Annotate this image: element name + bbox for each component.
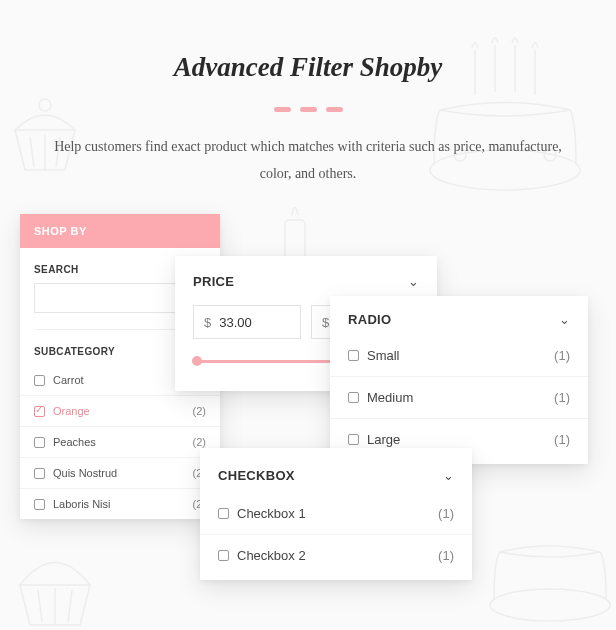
subcategory-item[interactable]: Laboris Nisi (2) xyxy=(20,489,220,519)
svg-line-8 xyxy=(30,137,34,167)
slider-thumb-left[interactable] xyxy=(192,356,202,366)
page-subtitle: Help customers find exact product which … xyxy=(38,134,578,187)
subcategory-name: Orange xyxy=(53,405,90,417)
subcategory-item[interactable]: Peaches (2) xyxy=(20,427,220,458)
subcategory-item[interactable]: Quis Nostrud (2) xyxy=(20,458,220,489)
price-from-input[interactable]: $ 33.00 xyxy=(193,305,301,339)
checkbox-panel: CHECKBOX ⌄ Checkbox 1 (1) Checkbox 2 (1) xyxy=(200,448,472,580)
radio-count: (1) xyxy=(554,348,570,363)
checkbox-icon xyxy=(34,375,45,386)
radio-count: (1) xyxy=(554,390,570,405)
title-underline xyxy=(0,107,616,112)
subcategory-name: Quis Nostrud xyxy=(53,467,117,479)
checkbox-icon xyxy=(348,350,359,361)
checkbox-icon xyxy=(218,550,229,561)
radio-option-label: Medium xyxy=(367,390,413,405)
radio-option-label: Large xyxy=(367,432,400,447)
checkbox-item[interactable]: Checkbox 2 (1) xyxy=(200,535,472,576)
chevron-down-icon[interactable]: ⌄ xyxy=(559,312,570,327)
currency-symbol: $ xyxy=(204,315,211,330)
svg-line-15 xyxy=(68,590,72,622)
page-title: Advanced Filter Shopby xyxy=(0,0,616,83)
shopby-header: SHOP BY xyxy=(20,214,220,248)
radio-item[interactable]: Small (1) xyxy=(330,335,588,377)
chevron-down-icon[interactable]: ⌄ xyxy=(443,468,454,483)
radio-label: RADIO xyxy=(348,312,391,327)
radio-panel: RADIO ⌄ Small (1) Medium (1) Large (1) xyxy=(330,296,588,464)
subcategory-name: Carrot xyxy=(53,374,84,386)
price-label: PRICE xyxy=(193,274,234,289)
chevron-down-icon[interactable]: ⌄ xyxy=(408,274,419,289)
checkbox-item[interactable]: Checkbox 1 (1) xyxy=(200,493,472,535)
subcategory-count: (2) xyxy=(193,436,206,448)
price-from-value: 33.00 xyxy=(219,315,252,330)
checkbox-icon xyxy=(348,392,359,403)
checkbox-label: CHECKBOX xyxy=(218,468,295,483)
radio-count: (1) xyxy=(554,432,570,447)
subcategory-item[interactable]: Orange (2) xyxy=(20,396,220,427)
checkbox-icon xyxy=(34,406,45,417)
radio-item[interactable]: Medium (1) xyxy=(330,377,588,419)
subcategory-name: Peaches xyxy=(53,436,96,448)
checkbox-icon xyxy=(348,434,359,445)
radio-option-label: Small xyxy=(367,348,400,363)
checkbox-option-label: Checkbox 2 xyxy=(237,548,306,563)
subcategory-name: Laboris Nisi xyxy=(53,498,110,510)
checkbox-count: (1) xyxy=(438,506,454,521)
checkbox-icon xyxy=(34,437,45,448)
cake-doodle-2 xyxy=(480,470,616,630)
cupcake-doodle-2 xyxy=(0,530,120,630)
svg-point-16 xyxy=(490,589,610,621)
checkbox-icon xyxy=(218,508,229,519)
checkbox-option-label: Checkbox 1 xyxy=(237,506,306,521)
currency-symbol: $ xyxy=(322,315,329,330)
checkbox-count: (1) xyxy=(438,548,454,563)
checkbox-icon xyxy=(34,468,45,479)
subcategory-count: (2) xyxy=(193,405,206,417)
svg-line-13 xyxy=(38,590,42,622)
checkbox-icon xyxy=(34,499,45,510)
